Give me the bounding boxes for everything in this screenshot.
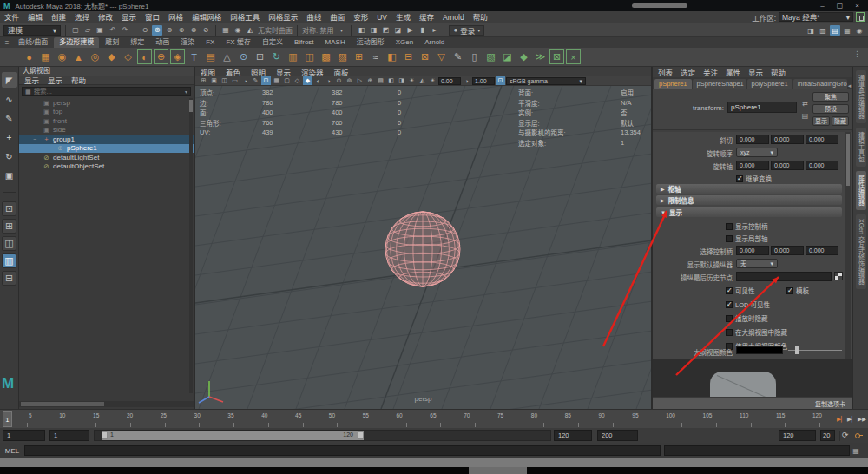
snap-icon[interactable]: ⊕ — [176, 25, 187, 36]
shelf-overflow-icon[interactable]: ⋮ — [853, 49, 861, 58]
render-icon[interactable]: ◧ — [356, 25, 366, 36]
gamma-field[interactable]: 1.00 — [472, 77, 495, 85]
shelf-tool-icon[interactable]: ▽ — [435, 50, 448, 63]
sidebar-toggle-icon[interactable]: ◨ — [806, 25, 816, 36]
viewport-toolbar-icon[interactable]: ◆ — [303, 76, 312, 85]
shelf-tool-icon[interactable]: ◎ — [89, 50, 102, 63]
toolbox-tool[interactable]: ◤ — [2, 72, 17, 88]
menu-item[interactable]: 窗口 — [141, 11, 164, 23]
shelf-tool-icon[interactable]: ✎ — [451, 50, 464, 63]
shelf-tool-icon[interactable]: ▲ — [72, 50, 85, 63]
fps-field[interactable]: 20 — [820, 430, 835, 441]
symmetry-status[interactable]: 对称: 禁用 — [302, 25, 333, 35]
shelf-tool-icon[interactable]: ◧ — [385, 50, 398, 63]
sidebar-toggle-icon[interactable]: ▦ — [842, 25, 852, 36]
script-editor-icon[interactable]: ▦ — [850, 447, 862, 455]
anim-prefs-icon[interactable]: ⟳ — [842, 431, 849, 440]
shelf-tool-icon[interactable]: ◇ — [122, 50, 135, 63]
shelf-tool-icon[interactable]: ◉ — [56, 50, 69, 63]
display-checkbox[interactable]: 在大纲视图中隐藏 — [726, 327, 830, 337]
shelf-tool-icon[interactable]: ≈ — [369, 50, 382, 63]
outliner-item[interactable]: ⊕ pSphere1 — [19, 144, 194, 154]
exposure-field[interactable]: 0.00 — [438, 77, 461, 85]
outliner-item[interactable]: − + group1 — [19, 135, 194, 144]
display-handle-checkbox[interactable]: 显示控制柄 — [726, 221, 768, 231]
outliner-menu-item[interactable]: 显示 — [24, 75, 39, 85]
shelf-tool-icon[interactable]: ◆ — [105, 50, 118, 63]
menu-item[interactable]: UV — [372, 11, 391, 23]
anim-start-field[interactable]: 1 — [49, 430, 89, 441]
undo-redo-icon[interactable]: ↶ — [108, 25, 118, 36]
menu-item[interactable]: 缓存 — [415, 11, 438, 23]
shelf-menu-icon[interactable]: ≡ — [2, 37, 12, 48]
shelf-tab[interactable]: 曲线/曲面 — [13, 37, 53, 48]
playback-start-field[interactable]: 1 — [3, 430, 45, 441]
rotate-axis-field[interactable]: 0.000 — [806, 161, 838, 170]
shelf-tool-icon[interactable]: ▧ — [484, 50, 497, 63]
viewport-toolbar-icon[interactable]: ▢ — [282, 76, 292, 85]
step-forward-key-icon[interactable]: ▶▏ — [847, 416, 856, 423]
gamma-icon[interactable]: ◑ — [462, 76, 471, 85]
render-icon[interactable]: ▶ — [404, 25, 415, 36]
window-control-button[interactable]: ▢ — [837, 0, 844, 11]
shelf-tool-icon[interactable]: ⊟ — [402, 50, 415, 63]
current-frame-indicator[interactable]: 1 — [3, 411, 12, 427]
shelf-tool-icon[interactable]: ⊙ — [237, 50, 250, 63]
shelf-tool-icon[interactable]: ◪ — [501, 50, 514, 63]
workspace-dropdown[interactable]: Maya 经典*▾ — [779, 12, 853, 22]
toolbox-tool[interactable]: ▣ — [2, 168, 17, 183]
layout-shortcut-button[interactable]: ⊡ — [2, 201, 16, 216]
outliner-menu-item[interactable]: 帮助 — [71, 75, 86, 85]
shelf-tab[interactable]: 渲染 — [175, 37, 200, 48]
panel-menu-item[interactable]: 照明 — [251, 67, 266, 77]
panel-menu-item[interactable]: 面板 — [334, 67, 349, 77]
shelf-tab[interactable]: 运动图形 — [352, 37, 390, 48]
display-checkbox[interactable]: LOD 可见性 — [726, 300, 830, 309]
menu-item[interactable]: 文件 — [0, 11, 23, 23]
command-result-field[interactable] — [664, 445, 850, 456]
shelf-tool-icon[interactable]: ≫ — [534, 50, 547, 63]
shelf-tab[interactable]: 绑定 — [125, 37, 149, 48]
outliner-item[interactable]: ⊘ defaultObjectSet — [19, 162, 194, 172]
sidebar-toggle-icon[interactable]: ◉ — [854, 25, 865, 36]
render-icon[interactable]: ◪ — [392, 25, 403, 36]
viewport-toolbar-icon[interactable]: ▤ — [376, 76, 385, 85]
rotate-axis-field[interactable]: 0.000 — [771, 161, 804, 170]
render-icon[interactable]: ▸ — [429, 25, 439, 36]
viewport-toolbar-icon[interactable]: ▷ — [355, 76, 365, 85]
template-checkbox[interactable]: 模板 — [786, 286, 809, 295]
rotate-axis-field[interactable]: 0.000 — [736, 161, 769, 170]
menu-item[interactable]: 生成 — [391, 11, 415, 23]
shelf-tool-icon[interactable]: ◐ — [138, 50, 151, 63]
layout-shortcut-button[interactable]: ⊞ — [2, 219, 16, 234]
collapsed-section-header[interactable]: ▶ 枢轴 — [656, 184, 842, 194]
menu-item[interactable]: 曲线 — [302, 11, 326, 23]
range-end-handle[interactable] — [358, 431, 364, 439]
shelf-tool-icon[interactable]: ▤ — [204, 50, 217, 63]
ae-node-tab[interactable]: initialShadingGroup — [793, 79, 847, 89]
menu-set-dropdown[interactable]: 建模▾ — [3, 25, 61, 36]
menu-item[interactable]: 选择 — [70, 11, 94, 23]
shear-field[interactable]: 0.000 — [736, 135, 769, 144]
history-icon[interactable]: ◭ — [245, 25, 255, 36]
menu-item[interactable]: 修改 — [94, 11, 117, 23]
outliner-item[interactable]: ▣ persp — [19, 98, 194, 108]
menu-item[interactable]: 网格工具 — [226, 11, 264, 23]
time-slider[interactable]: 5101520253035404550556065707580859095100… — [0, 409, 832, 428]
menu-item[interactable]: 变形 — [349, 11, 372, 23]
viewport-panel[interactable]: 视图着色照明显示渲染器面板 ⊞▣◫▭◔✎⊡▦▢◇◆◐◑⊙⊚▷⊕▤◧◨☀◭ ☀ 0… — [195, 67, 653, 409]
show-button[interactable]: 显示 — [812, 116, 830, 126]
shelf-tab[interactable]: XGen — [391, 37, 418, 48]
outliner-item[interactable]: ▣ side — [19, 126, 194, 135]
outliner-item[interactable]: ▣ front — [19, 116, 194, 126]
viewport-toolbar-icon[interactable]: ⊙ — [334, 76, 344, 85]
ae-menu-item[interactable]: 显示 — [748, 67, 763, 77]
render-icon[interactable]: ◩ — [380, 25, 391, 36]
shelf-tab[interactable]: 雕刻 — [100, 37, 124, 48]
shelf-tool-icon[interactable]: △ — [220, 50, 233, 63]
sign-in-button[interactable]: ● 登录 ▾ — [449, 25, 484, 36]
hide-button[interactable]: 隐藏 — [832, 116, 849, 126]
mel-toggle-button[interactable]: MEL — [0, 447, 24, 455]
outliner-color-swatch[interactable] — [736, 346, 783, 354]
collapsed-section-header[interactable]: ▶ 限制信息 — [656, 195, 842, 205]
